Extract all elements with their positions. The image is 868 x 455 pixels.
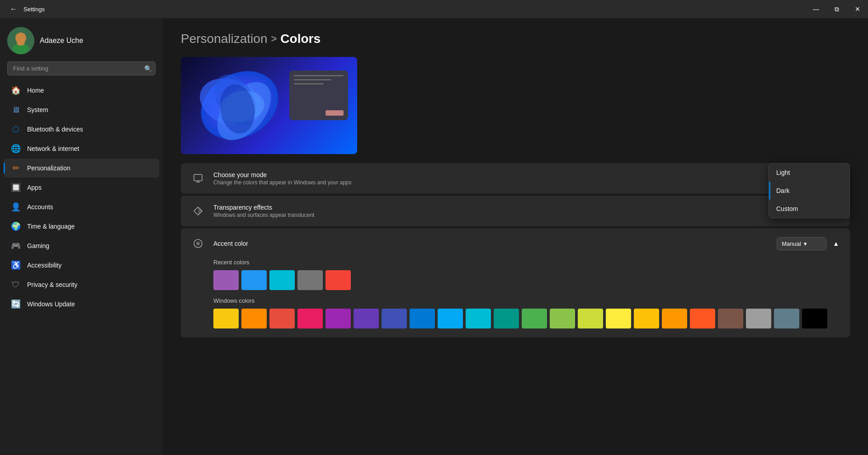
accent-row-title: Accent color: [213, 240, 769, 247]
sidebar-item-label-windows_update: Windows Update: [27, 300, 75, 308]
mode-row-title: Choose your mode: [213, 171, 834, 178]
sidebar-item-personalization[interactable]: ✏Personalization: [4, 159, 159, 178]
windows-color-swatch-2[interactable]: [269, 309, 295, 328]
accent-dropdown-button[interactable]: Manual ▾: [777, 237, 826, 250]
personalization-nav-icon: ✏: [11, 163, 21, 173]
windows-color-swatch-20[interactable]: [774, 309, 799, 328]
close-button[interactable]: ✕: [847, 0, 868, 18]
recent-color-swatch-3[interactable]: [297, 270, 323, 290]
home-nav-icon: 🏠: [11, 85, 21, 95]
sidebar-item-windows_update[interactable]: 🔄Windows Update: [4, 295, 159, 314]
sidebar-item-label-home: Home: [27, 87, 44, 94]
windows-color-swatch-21[interactable]: [802, 309, 827, 328]
sidebar-item-accounts[interactable]: 👤Accounts: [4, 197, 159, 216]
svg-rect-10: [194, 174, 202, 181]
accent-header: Accent color Manual ▾ ▲: [181, 228, 850, 259]
windows-color-swatch-3[interactable]: [297, 309, 323, 328]
transparency-row: Transparency effects Windows and surface…: [181, 196, 850, 226]
gaming-nav-icon: 🎮: [11, 241, 21, 251]
breadcrumb-separator: >: [271, 33, 277, 45]
mode-row: Choose your mode Change the colors that …: [181, 163, 850, 194]
main-content: Personalization > Colors: [163, 18, 868, 455]
windows-color-swatch-8[interactable]: [438, 309, 463, 328]
breadcrumb-current: Colors: [280, 32, 321, 46]
restore-button[interactable]: ⧉: [826, 0, 847, 18]
back-icon: ←: [10, 5, 17, 13]
windows-color-swatch-6[interactable]: [382, 309, 407, 328]
minimize-button[interactable]: —: [806, 0, 826, 18]
windows-color-swatch-15[interactable]: [634, 309, 659, 328]
sidebar-item-home[interactable]: 🏠Home: [4, 81, 159, 100]
search-button[interactable]: 🔍: [144, 65, 152, 72]
windows-color-swatch-11[interactable]: [522, 309, 547, 328]
sidebar-item-accessibility[interactable]: ♿Accessibility: [4, 256, 159, 275]
windows-color-swatch-7[interactable]: [410, 309, 435, 328]
windows-color-swatch-9[interactable]: [466, 309, 491, 328]
sidebar-item-label-accounts: Accounts: [27, 203, 53, 211]
sidebar-item-apps[interactable]: 🔲Apps: [4, 178, 159, 197]
windows-color-swatch-1[interactable]: [241, 309, 267, 328]
system-nav-icon: 🖥: [11, 105, 21, 115]
back-button[interactable]: ←: [7, 3, 20, 15]
mode-option-light[interactable]: Light: [769, 164, 849, 182]
sidebar-nav: 🏠Home🖥System⬡Bluetooth & devices🌐Network…: [0, 81, 163, 314]
breadcrumb-parent[interactable]: Personalization: [181, 32, 267, 46]
recent-color-swatch-4[interactable]: [326, 270, 351, 290]
mode-row-subtitle: Change the colors that appear in Windows…: [213, 179, 834, 186]
recent-color-swatch-1[interactable]: [241, 270, 267, 290]
dropdown-chevron-icon: ▾: [804, 240, 807, 247]
accent-row-control: Manual ▾ ▲: [777, 237, 841, 250]
windows-color-swatch-12[interactable]: [550, 309, 575, 328]
svg-point-14: [196, 242, 200, 245]
sidebar-item-time[interactable]: 🌍Time & language: [4, 217, 159, 236]
windows-color-swatch-17[interactable]: [690, 309, 715, 328]
recent-color-swatch-0[interactable]: [213, 270, 239, 290]
windows-colors-label: Windows colors: [213, 297, 841, 304]
windows-color-swatch-14[interactable]: [606, 309, 631, 328]
mode-icon: [190, 170, 206, 187]
windows-color-swatch-10[interactable]: [494, 309, 519, 328]
windows-color-swatch-5[interactable]: [354, 309, 379, 328]
windows-color-swatch-0[interactable]: [213, 309, 239, 328]
windows-color-swatches: [213, 309, 841, 328]
sidebar-item-gaming[interactable]: 🎮Gaming: [4, 236, 159, 255]
search-input[interactable]: [7, 61, 156, 75]
accessibility-nav-icon: ♿: [11, 260, 21, 270]
windows-color-swatch-16[interactable]: [662, 309, 687, 328]
sidebar-item-label-personalization: Personalization: [27, 164, 71, 172]
recent-color-swatch-2[interactable]: [269, 270, 295, 290]
sidebar-item-label-network: Network & internet: [27, 145, 79, 152]
apps-nav-icon: 🔲: [11, 183, 21, 192]
titlebar-title: Settings: [24, 6, 45, 13]
breadcrumb: Personalization > Colors: [181, 32, 850, 46]
svg-point-3: [17, 40, 25, 46]
sidebar-item-bluetooth[interactable]: ⬡Bluetooth & devices: [4, 120, 159, 139]
preview-wallpaper: [181, 57, 357, 154]
user-name: Adaeze Uche: [40, 37, 83, 45]
transparency-icon: [190, 203, 206, 219]
transparency-row-title: Transparency effects: [213, 204, 801, 211]
sidebar-item-system[interactable]: 🖥System: [4, 100, 159, 119]
sidebar-item-label-privacy: Privacy & security: [27, 281, 77, 288]
sidebar-item-privacy[interactable]: 🛡Privacy & security: [4, 275, 159, 294]
accent-collapse-button[interactable]: ▲: [831, 238, 841, 249]
mode-option-label-light: Light: [776, 169, 790, 176]
windows-color-swatch-13[interactable]: [578, 309, 603, 328]
accounts-nav-icon: 👤: [11, 202, 21, 212]
preview-container: [181, 57, 357, 154]
sidebar-item-label-apps: Apps: [27, 184, 42, 191]
user-section[interactable]: Adaeze Uche: [0, 18, 163, 61]
accent-section: Accent color Manual ▾ ▲ Recent colors Wi…: [181, 228, 850, 338]
windows-color-swatch-18[interactable]: [718, 309, 743, 328]
sidebar-item-network[interactable]: 🌐Network & internet: [4, 139, 159, 158]
windows-color-swatch-4[interactable]: [326, 309, 351, 328]
accent-row-content: Accent color: [213, 240, 769, 247]
mode-option-custom[interactable]: Custom: [769, 200, 849, 218]
titlebar: ← Settings — ⧉ ✕: [0, 0, 868, 18]
network-nav-icon: 🌐: [11, 144, 21, 154]
dialog-line-3: [294, 83, 324, 84]
app-body: Adaeze Uche 🔍 🏠Home🖥System⬡Bluetooth & d…: [0, 18, 868, 455]
mode-selected-indicator: [769, 182, 770, 200]
windows-color-swatch-19[interactable]: [746, 309, 771, 328]
mode-option-dark[interactable]: Dark: [769, 182, 849, 200]
